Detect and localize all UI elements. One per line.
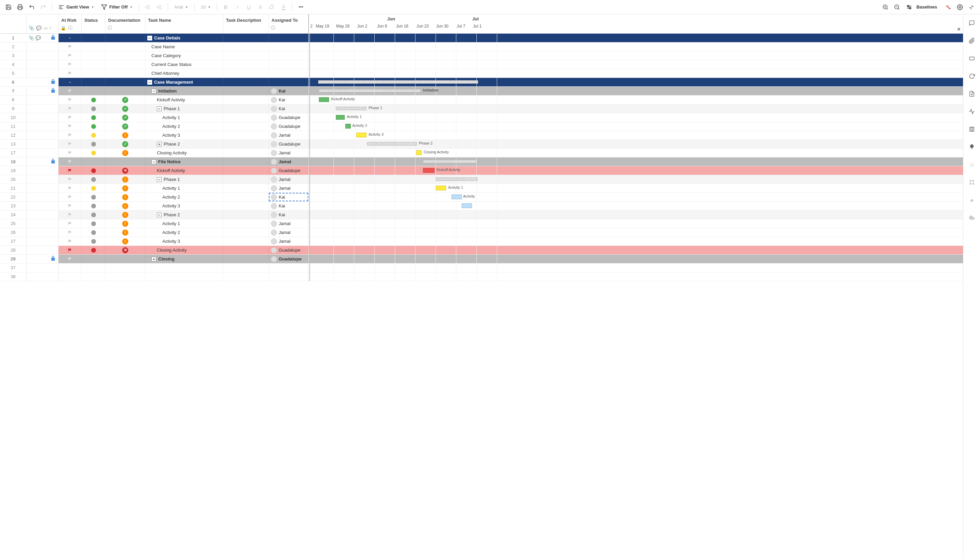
status-cell[interactable] [82, 113, 106, 122]
task-desc-cell[interactable] [223, 184, 269, 192]
at-risk-cell[interactable] [58, 246, 82, 254]
doc-cell[interactable]: ! [106, 202, 145, 210]
at-risk-cell[interactable] [58, 228, 82, 237]
status-cell[interactable] [82, 157, 106, 166]
assigned-cell[interactable]: Guadalupe [269, 246, 308, 254]
doc-cell[interactable] [106, 87, 145, 95]
assigned-cell[interactable]: Guadalupe [269, 166, 308, 175]
task-name-cell[interactable] [145, 272, 223, 281]
task-name-cell[interactable]: −Initiation [145, 87, 223, 95]
insights-button[interactable] [967, 142, 977, 152]
row-number[interactable]: 26 [0, 228, 27, 237]
task-name-cell[interactable]: Activity 1 [145, 219, 223, 228]
task-name-cell[interactable]: Kickoff Activity [145, 166, 223, 175]
task-desc-cell[interactable] [223, 69, 269, 78]
task-name-cell[interactable]: Case Category [145, 51, 223, 60]
status-cell[interactable] [82, 149, 106, 157]
task-desc-cell[interactable] [223, 166, 269, 175]
task-name-cell[interactable]: Activity 2 [145, 122, 223, 131]
at-risk-cell[interactable] [58, 60, 82, 69]
indent-button[interactable] [154, 2, 164, 12]
gantt-cell[interactable] [308, 69, 963, 78]
task-desc-cell[interactable] [223, 34, 269, 42]
assigned-cell[interactable]: Kai [269, 96, 308, 104]
task-name-cell[interactable]: Activity 3 [145, 131, 223, 139]
status-cell[interactable] [82, 210, 106, 219]
row-number[interactable]: 9 [0, 104, 27, 113]
at-risk-cell[interactable] [58, 51, 82, 60]
status-cell[interactable] [82, 140, 106, 148]
italic-button[interactable]: I [232, 2, 242, 12]
task-name-cell[interactable]: +Phase 2 [145, 140, 223, 148]
task-desc-cell[interactable] [223, 43, 269, 51]
table-row[interactable]: 27!Activity 3Jamal [0, 237, 963, 246]
row-number[interactable]: 28 [0, 246, 27, 254]
gantt-cell[interactable] [308, 78, 963, 86]
task-desc-cell[interactable] [223, 237, 269, 245]
at-risk-cell[interactable] [58, 255, 82, 263]
doc-cell[interactable]: ✓ [106, 140, 145, 148]
gantt-summary-bar[interactable] [319, 89, 421, 93]
gantt-cell[interactable]: Activity 3 [308, 131, 963, 139]
gantt-summary-bar[interactable] [336, 107, 366, 110]
status-cell[interactable] [82, 202, 106, 210]
assigned-cell[interactable] [269, 60, 308, 69]
status-cell[interactable] [82, 51, 106, 60]
table-row[interactable]: 28✕Closing ActivityGuadalupe [0, 246, 963, 255]
at-risk-cell[interactable] [58, 43, 82, 51]
col-status-header[interactable]: Status [82, 14, 105, 24]
row-number[interactable]: 1 [0, 34, 27, 42]
at-risk-cell[interactable]: - [58, 34, 82, 42]
table-row[interactable]: 4Current Case Status [0, 60, 963, 69]
assigned-cell[interactable]: Guadalupe [269, 140, 308, 148]
status-cell[interactable] [82, 96, 106, 104]
doc-cell[interactable] [106, 51, 145, 60]
col-taskdesc-header[interactable]: Task Description [223, 14, 269, 24]
task-desc-cell[interactable] [223, 263, 269, 272]
task-desc-cell[interactable] [223, 131, 269, 139]
doc-cell[interactable] [106, 255, 145, 263]
view-dropdown[interactable]: Gantt View ▼ [55, 2, 97, 12]
row-number[interactable]: 22 [0, 193, 27, 201]
close-gantt-button[interactable]: ✕ [957, 26, 961, 32]
print-button[interactable] [15, 2, 25, 12]
task-desc-cell[interactable] [223, 175, 269, 184]
status-cell[interactable] [82, 219, 106, 228]
gantt-cell[interactable] [308, 34, 963, 42]
activity-log-button[interactable] [967, 107, 977, 116]
task-name-cell[interactable]: −Phase 2 [145, 210, 223, 219]
gantt-cell[interactable]: Phase 2 [308, 140, 963, 148]
gantt-summary-bar[interactable] [367, 142, 417, 146]
table-row[interactable]: 21!Activity 1JamalActivity 1 [0, 184, 963, 193]
at-risk-cell[interactable] [58, 87, 82, 95]
row-number[interactable]: 18 [0, 157, 27, 166]
task-name-cell[interactable]: Activity 3 [145, 202, 223, 210]
task-name-cell[interactable]: Activity 2 [145, 193, 223, 201]
gantt-cell[interactable]: Initiation [308, 87, 963, 95]
task-desc-cell[interactable] [223, 210, 269, 219]
task-desc-cell[interactable] [223, 228, 269, 237]
zoom-in-button[interactable] [880, 2, 890, 12]
gantt-bar[interactable] [319, 97, 329, 102]
gantt-cell[interactable]: Closing Activity [308, 149, 963, 157]
settings-button[interactable] [955, 2, 965, 12]
assigned-cell[interactable]: Guadalupe [269, 113, 308, 122]
task-desc-cell[interactable] [223, 255, 269, 263]
assigned-cell[interactable]: Guadalupe [269, 122, 308, 131]
task-name-cell[interactable]: Case Name [145, 43, 223, 51]
doc-cell[interactable]: ✓ [106, 104, 145, 113]
attachments-panel-button[interactable] [967, 36, 977, 46]
assigned-cell[interactable]: Kai [269, 87, 308, 95]
more-icon[interactable]: ◆ [967, 195, 977, 205]
table-row[interactable]: 6-−Case Management [0, 78, 963, 87]
at-risk-cell[interactable] [58, 175, 82, 184]
row-number[interactable]: 24 [0, 210, 27, 219]
assigned-cell[interactable]: Kai [269, 210, 308, 219]
assigned-cell[interactable]: Jamal [269, 175, 308, 184]
critical-path-button[interactable] [943, 2, 953, 12]
at-risk-cell[interactable] [58, 184, 82, 192]
task-name-cell[interactable]: Closing Activity [145, 246, 223, 254]
status-cell[interactable] [82, 184, 106, 192]
assigned-cell[interactable]: Jamal [269, 228, 308, 237]
at-risk-cell[interactable] [58, 122, 82, 131]
